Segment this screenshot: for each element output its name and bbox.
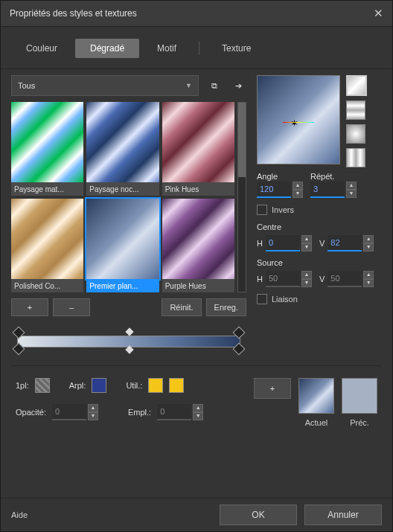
source-v-input[interactable] xyxy=(328,271,362,287)
remove-gradient-button[interactable]: – xyxy=(53,298,90,316)
gradient-thumb-selected[interactable]: Premier plan... xyxy=(86,199,159,292)
position-label: Empl.: xyxy=(128,408,151,417)
repeat-spinner[interactable]: ▲▼ xyxy=(310,182,357,197)
repeat-input[interactable] xyxy=(310,182,345,198)
category-value: Tous xyxy=(18,81,35,90)
gradient-type-linear[interactable] xyxy=(346,75,367,96)
gradient-thumb[interactable]: Paysage noc... xyxy=(86,102,159,196)
invert-label: Invers xyxy=(272,205,294,214)
gradient-grid: Paysage mat... Paysage noc... Pink Hues xyxy=(11,102,234,292)
center-v-label: V xyxy=(319,239,325,248)
gradient-thumb[interactable]: Polished Co... xyxy=(11,199,83,292)
close-icon[interactable]: ✕ xyxy=(374,7,383,20)
center-v-spinner[interactable]: ▲▼ xyxy=(328,236,374,251)
bg-label: Arpl: xyxy=(69,381,86,390)
grid-scrollbar[interactable] xyxy=(237,102,246,292)
reset-button[interactable]: Réinit. xyxy=(162,298,201,316)
gradient-type-list xyxy=(346,75,367,167)
invert-checkbox[interactable]: Invers xyxy=(257,205,382,215)
help-link[interactable]: Aide xyxy=(11,510,28,519)
chevron-down-icon: ▼ xyxy=(185,82,192,89)
source-h-input[interactable] xyxy=(266,271,300,287)
fg-label: 1pl: xyxy=(16,381,29,390)
util-swatch-2[interactable] xyxy=(169,378,184,393)
add-gradient-button[interactable]: + xyxy=(11,298,48,316)
opacity-input[interactable] xyxy=(52,404,86,420)
export-arrow-icon[interactable]: ➔ xyxy=(230,77,246,94)
center-v-input[interactable] xyxy=(328,235,362,251)
tab-pattern[interactable]: Motif xyxy=(142,39,191,58)
previous-label: Préc. xyxy=(350,418,369,427)
category-combo[interactable]: Tous ▼ xyxy=(11,75,199,96)
center-h-spinner[interactable]: ▲▼ xyxy=(266,236,312,251)
gradient-thumb[interactable]: Purple Hues xyxy=(162,199,234,292)
position-input[interactable] xyxy=(157,404,191,420)
add-stop-button[interactable]: + xyxy=(254,378,291,399)
previous-swatch[interactable] xyxy=(342,378,377,414)
position-spinner[interactable]: ▲▼ xyxy=(157,405,203,420)
tab-gradient[interactable]: Dégradé xyxy=(75,39,139,58)
tab-color[interactable]: Couleur xyxy=(11,39,72,58)
angle-input[interactable] xyxy=(257,182,291,198)
gradient-thumb[interactable]: Paysage mat... xyxy=(11,102,83,196)
opacity-spinner[interactable]: ▲▼ xyxy=(52,405,98,420)
fg-swatch[interactable] xyxy=(35,378,50,393)
gradient-type-radial[interactable] xyxy=(346,124,365,144)
source-h-spinner[interactable]: ▲▼ xyxy=(266,272,312,286)
center-h-input[interactable] xyxy=(266,235,300,251)
ok-button[interactable]: OK xyxy=(220,504,297,525)
current-label: Actuel xyxy=(305,418,328,427)
source-h-label: H xyxy=(257,275,263,283)
link-label: Liaison xyxy=(272,295,298,304)
tab-bar: Couleur Dégradé Motif Texture xyxy=(1,27,392,69)
tab-separator xyxy=(199,42,199,55)
gradient-preview[interactable]: ✶ xyxy=(257,75,340,164)
source-v-spinner[interactable]: ▲▼ xyxy=(328,272,374,286)
opacity-label: Opacité: xyxy=(16,408,46,417)
gradient-editor[interactable] xyxy=(13,330,245,350)
gradient-type-sunburst[interactable] xyxy=(346,148,365,167)
cancel-button[interactable]: Annuler xyxy=(304,504,382,525)
copy-icon[interactable]: ⧉ xyxy=(206,77,223,94)
bg-swatch[interactable] xyxy=(92,378,106,393)
source-v-label: V xyxy=(319,275,325,283)
center-marker-icon: ✶ xyxy=(290,118,298,129)
angle-label: Angle xyxy=(257,172,303,181)
util-swatch-1[interactable] xyxy=(148,378,163,393)
tab-texture[interactable]: Texture xyxy=(207,39,266,58)
current-swatch[interactable] xyxy=(298,378,334,414)
gradient-thumb[interactable]: Pink Hues xyxy=(162,102,234,196)
window-title: Propriétés des styles et textures xyxy=(10,8,137,19)
source-section-label: Source xyxy=(257,258,382,267)
util-label: Util.: xyxy=(126,381,142,390)
link-checkbox[interactable]: Liaison xyxy=(257,294,382,304)
gradient-type-rectangular[interactable] xyxy=(346,100,365,120)
angle-spinner[interactable]: ▲▼ xyxy=(257,182,303,197)
repeat-label: Répét. xyxy=(310,172,357,181)
save-button[interactable]: Enreg. xyxy=(206,298,246,316)
center-section-label: Centre xyxy=(257,222,382,231)
center-h-label: H xyxy=(257,239,263,248)
